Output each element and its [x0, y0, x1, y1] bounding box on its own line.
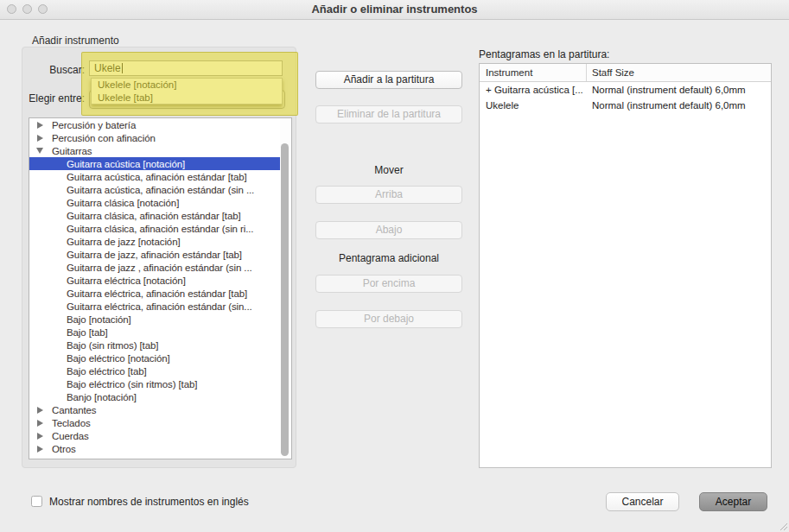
tree-category[interactable]: Otros: [29, 442, 291, 455]
table-header: Instrument Staff Size: [480, 64, 771, 82]
tree-item[interactable]: Guitarra acústica, afinación estándar (s…: [29, 183, 291, 196]
tree-item[interactable]: Guitarra clásica [notación]: [29, 196, 291, 209]
tree-item[interactable]: Guitarra de jazz [notación]: [29, 235, 291, 248]
tree-item[interactable]: Guitarra de jazz, afinación estándar [ta…: [29, 248, 291, 261]
search-input[interactable]: Ukele: [89, 60, 283, 76]
staves-table: Instrument Staff Size + Guitarra acústic…: [479, 63, 772, 468]
search-label: Buscar:: [14, 64, 85, 76]
disclosure-triangle-icon[interactable]: [37, 446, 43, 453]
tree-item[interactable]: Guitarra eléctrica [notación]: [29, 274, 291, 287]
tree-item[interactable]: Bajo eléctrico [tab]: [29, 364, 291, 377]
tree-item-label: Otros: [52, 444, 76, 454]
window-title: Añadir o eliminar instrumentos: [0, 3, 789, 16]
tree-category[interactable]: Percusión y batería: [29, 118, 291, 131]
suggestion-item[interactable]: Ukelele [notación]: [92, 79, 282, 92]
add-to-score-button[interactable]: Añadir a la partitura: [315, 71, 462, 89]
disclosure-triangle-icon[interactable]: [37, 122, 43, 129]
table-row[interactable]: Ukelele Normal (instrument default) 6,0m…: [480, 98, 771, 113]
tree-item-label: Teclados: [52, 418, 91, 428]
tree-item-label: Guitarras: [52, 146, 92, 156]
staff-above-button[interactable]: Por encima: [315, 275, 462, 293]
tree-item-selected[interactable]: Guitarra acústica [notación]: [29, 157, 283, 170]
tree-item[interactable]: Guitarra eléctrica, afinación estándar […: [29, 287, 291, 300]
cell-instrument: + Guitarra acústica [...: [486, 82, 583, 98]
cell-staff-size: Normal (instrument default) 6,0mm: [592, 82, 770, 98]
tree-item-label: Guitarra eléctrica [notación]: [67, 276, 186, 286]
tree-category[interactable]: Guitarras: [29, 144, 291, 157]
tree-category[interactable]: Cuerdas: [29, 429, 291, 442]
staves-in-score-label: Pentagramas en la partitura:: [479, 48, 609, 60]
tree-category[interactable]: Teclados: [29, 416, 291, 429]
add-remove-instruments-dialog: Añadir o eliminar instrumentos Añadir in…: [0, 0, 789, 532]
tree-category[interactable]: Cantantes: [29, 403, 291, 416]
tree-item-label: Guitarra clásica, afinación estándar [ta…: [67, 211, 241, 221]
tree-item[interactable]: Guitarra eléctrica, afinación estándar (…: [29, 300, 291, 313]
tree-item-label: Bajo [notación]: [67, 314, 131, 325]
resize-grip-icon[interactable]: [777, 520, 788, 531]
tree-item[interactable]: Bajo eléctrico (sin ritmos) [tab]: [29, 377, 291, 390]
tree-category[interactable]: Percusión con afinación: [29, 131, 291, 144]
tree-item-label: Bajo [tab]: [67, 327, 108, 338]
tree-item-label: Guitarra de jazz , afinación estándar (s…: [67, 263, 252, 273]
tree-item-label: Guitarra eléctrica, afinación estándar (…: [67, 301, 252, 312]
scrollbar[interactable]: [280, 119, 290, 458]
tree-item[interactable]: Bajo (sin ritmos) [tab]: [29, 339, 291, 352]
extra-staff-label: Pentagrama adicional: [315, 252, 462, 264]
tree-item-label: Guitarra acústica [notación]: [67, 159, 185, 169]
disclosure-triangle-icon[interactable]: [37, 135, 43, 142]
move-label: Mover: [315, 164, 462, 176]
tree-item-label: Guitarra de jazz, afinación estándar [ta…: [67, 250, 242, 260]
scrollbar-thumb[interactable]: [281, 143, 289, 456]
disclosure-triangle-icon[interactable]: [37, 420, 43, 427]
tree-item-label: Bajo (sin ritmos) [tab]: [67, 340, 158, 351]
tree-item-label: Guitarra clásica [notación]: [67, 198, 179, 208]
table-row[interactable]: + Guitarra acústica [... Normal (instrum…: [480, 82, 771, 98]
move-up-button[interactable]: Arriba: [315, 186, 462, 204]
column-header-staff-size[interactable]: Staff Size: [592, 64, 634, 81]
tree-item-label: Percusión y batería: [52, 120, 136, 130]
tree-item-label: Guitarra acústica, afinación estándar [t…: [67, 172, 247, 182]
cell-instrument: Ukelele: [486, 98, 583, 113]
instrument-tree: Percusión y batería Percusión con afinac…: [29, 117, 292, 459]
title-bar: Añadir o eliminar instrumentos: [0, 0, 789, 20]
tree-item-label: Guitarra de jazz [notación]: [67, 237, 181, 247]
tree-item[interactable]: Guitarra clásica, afinación estándar (si…: [29, 222, 291, 235]
tree-item-label: Cantantes: [52, 405, 97, 415]
tree-item[interactable]: Banjo [notación]: [29, 390, 291, 403]
column-divider: [586, 64, 587, 81]
tree-item[interactable]: Guitarra clásica, afinación estándar [ta…: [29, 209, 291, 222]
tree-item-label: Guitarra clásica, afinación estándar (si…: [67, 224, 253, 234]
tree-item-label: Banjo [notación]: [67, 392, 137, 402]
disclosure-triangle-icon[interactable]: [36, 148, 43, 154]
tree-item[interactable]: Guitarra de jazz , afinación estándar (s…: [29, 261, 291, 274]
tree-item-label: Bajo eléctrico [tab]: [67, 366, 147, 377]
cancel-button[interactable]: Cancelar: [606, 492, 679, 511]
column-header-instrument[interactable]: Instrument: [486, 64, 532, 81]
text-caret: [122, 63, 123, 73]
search-input-text: Ukele: [94, 62, 121, 74]
tree-item-label: Percusión con afinación: [52, 133, 156, 143]
cell-staff-size: Normal (instrument default) 6,0mm: [592, 98, 770, 113]
tree-item-label: Bajo eléctrico [notación]: [67, 353, 170, 364]
tree-item-label: Bajo eléctrico (sin ritmos) [tab]: [67, 379, 197, 390]
search-suggestions-popup: Ukelele [notación] Ukelele [tab]: [91, 78, 283, 104]
tree-item-label: Cuerdas: [52, 431, 89, 441]
tree-item[interactable]: Bajo [tab]: [29, 326, 291, 339]
move-down-button[interactable]: Abajo: [315, 221, 462, 239]
english-names-checkbox-label: Mostrar nombres de instrumentos en inglé…: [49, 496, 249, 508]
group-title: Añadir instrumento: [32, 35, 119, 47]
disclosure-triangle-icon[interactable]: [37, 407, 43, 414]
remove-from-score-button[interactable]: Eliminar de la partitura: [315, 105, 462, 124]
tree-item-label: Guitarra acústica, afinación estándar (s…: [67, 185, 254, 195]
tree-item-label: Guitarra eléctrica, afinación estándar […: [67, 288, 247, 299]
accept-button[interactable]: Aceptar: [699, 492, 767, 511]
english-names-checkbox[interactable]: [31, 496, 42, 507]
tree-item[interactable]: Bajo eléctrico [notación]: [29, 352, 291, 364]
staff-below-button[interactable]: Por debajo: [315, 310, 462, 328]
disclosure-triangle-icon[interactable]: [37, 433, 43, 440]
tree-item[interactable]: Bajo [notación]: [29, 313, 291, 326]
choose-from-label: Elegir entre:: [14, 92, 85, 104]
suggestion-item[interactable]: Ukelele [tab]: [92, 92, 282, 104]
tree-item[interactable]: Guitarra acústica, afinación estándar [t…: [29, 170, 291, 183]
